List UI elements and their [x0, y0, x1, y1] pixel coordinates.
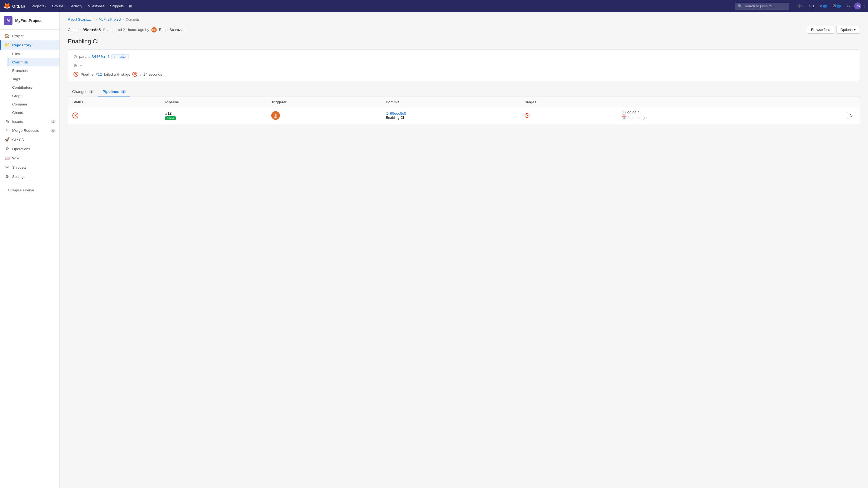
- row-pipeline: #12 latest: [161, 107, 267, 124]
- retry-pipeline-button[interactable]: ↻: [847, 112, 855, 119]
- branch-icon: ⑂: [114, 55, 116, 59]
- sidebar-label-commits: Commits: [12, 60, 28, 64]
- topnav-snippets[interactable]: Snippets: [108, 3, 126, 9]
- table-header: Status Pipeline Triggerer Commit Stages: [68, 97, 860, 107]
- tab-changes-count: 1: [89, 90, 94, 94]
- sidebar-item-compare[interactable]: Compare: [8, 100, 59, 108]
- settings-icon: ⚙: [5, 174, 9, 179]
- gitlab-logo[interactable]: 🦊 GitLab: [3, 2, 25, 9]
- branch-tag[interactable]: ⑂ master: [112, 54, 129, 59]
- options-chevron-icon: ▾: [854, 28, 856, 32]
- sidebar-label-graph: Graph: [12, 94, 23, 98]
- sidebar-label-repository: Repository: [12, 43, 31, 47]
- commit-actions: Browse files Options ▾: [807, 26, 860, 34]
- issues-icon: ◎: [5, 119, 9, 124]
- row-actions: ↻: [779, 107, 860, 124]
- search-input[interactable]: [744, 4, 782, 8]
- issues-icon-button[interactable]: ○ 1: [818, 3, 829, 9]
- search-box[interactable]: 🔍: [735, 3, 789, 9]
- pipeline-failed-icon: ✕: [73, 72, 79, 77]
- topnav-groups[interactable]: Groups ▾: [50, 3, 68, 9]
- row-commit-message: Enabling CI: [386, 116, 516, 120]
- tabs: Changes 1 Pipelines 1: [68, 87, 860, 97]
- collapse-sidebar-button[interactable]: « Collapse sidebar: [0, 186, 59, 195]
- topnav-extra-icon[interactable]: ⊞: [127, 3, 134, 9]
- user-avatar[interactable]: RS: [854, 2, 861, 9]
- pipelines-table-container: Status Pipeline Triggerer Commit Stages …: [68, 97, 860, 124]
- search-icon: 🔍: [738, 4, 742, 8]
- calendar-icon: 📅: [621, 116, 626, 120]
- sidebar-item-commits[interactable]: Commits: [8, 58, 59, 66]
- sidebar-label-compare: Compare: [12, 102, 27, 106]
- topnav-milestones[interactable]: Milestones: [86, 3, 106, 9]
- parent-label: parent: [79, 55, 90, 59]
- row-pipeline-num: #12: [165, 111, 262, 116]
- sidebar-label-merge-requests: Merge Requests: [12, 129, 39, 133]
- sidebar-item-contributors[interactable]: Contributors: [8, 83, 59, 92]
- sidebar-label-settings: Settings: [12, 174, 26, 178]
- sidebar-item-settings[interactable]: ⚙ Settings: [0, 172, 59, 181]
- sidebar-item-tags[interactable]: Tags: [8, 75, 59, 83]
- new-item-button[interactable]: ➕ ▾: [796, 3, 805, 9]
- clock-icon: 🕐: [621, 110, 626, 115]
- browse-files-button[interactable]: Browse files: [807, 26, 834, 34]
- wiki-icon: 📖: [5, 156, 9, 161]
- merge-requests-icon: ⑂: [5, 128, 9, 133]
- sidebar-label-operations: Operations: [12, 147, 30, 151]
- duration-value: 00:00:24: [627, 110, 642, 115]
- commit-hash: 95eec8e5: [83, 28, 101, 32]
- gitlab-logo-text: GitLab: [12, 4, 25, 8]
- sidebar-item-project[interactable]: 🏠 Project: [0, 31, 59, 40]
- breadcrumb-raoul[interactable]: Raoul Scarazzini: [68, 18, 94, 22]
- sidebar-label-contributors: Contributors: [12, 86, 32, 90]
- project-avatar: M: [4, 16, 12, 25]
- topnav-projects[interactable]: Projects ▾: [30, 3, 49, 9]
- duration-ago: 2 hours ago: [627, 116, 647, 120]
- sidebar-item-charts[interactable]: Charts: [8, 108, 59, 117]
- sidebar-label-project: Project: [12, 34, 24, 38]
- sidebar-item-issues[interactable]: ◎ Issues 1: [0, 117, 59, 126]
- col-commit: Commit: [381, 97, 520, 107]
- copy-hash-icon[interactable]: ⎘: [103, 28, 105, 32]
- sidebar-label-charts: Charts: [12, 110, 23, 115]
- pipeline-number-link[interactable]: #12: [96, 72, 102, 76]
- project-icon: 🏠: [5, 33, 9, 38]
- sidebar-item-files[interactable]: Files: [8, 50, 59, 58]
- sidebar-item-repository[interactable]: 📁 Repository: [0, 40, 59, 50]
- merge-requests-icon-button[interactable]: ⑂ 1: [807, 3, 816, 9]
- row-commit-link[interactable]: ⊙ 95eec8e5: [386, 111, 516, 116]
- sidebar-item-snippets[interactable]: ✂ Snippets: [0, 163, 59, 172]
- stages-cell: ✕: [525, 113, 613, 118]
- topnav-links: Projects ▾ Groups ▾ Activity Milestones …: [30, 3, 134, 9]
- options-button[interactable]: Options ▾: [836, 26, 860, 34]
- tab-changes[interactable]: Changes 1: [68, 87, 98, 97]
- parent-hash-link[interactable]: 34400af4: [92, 55, 109, 59]
- stage-icon[interactable]: ✕: [525, 113, 529, 118]
- todo-icon-button[interactable]: ☑ 1: [831, 3, 842, 9]
- sidebar-section-main: 🏠 Project 📁 Repository Files Commits Bra…: [0, 30, 59, 183]
- topnav-activity[interactable]: Activity: [69, 3, 84, 9]
- author-avatar-inline: RS: [151, 27, 157, 33]
- project-name[interactable]: MyFirstProject: [15, 19, 41, 23]
- collapse-icon: «: [4, 188, 6, 192]
- help-icon-button[interactable]: ? ▾: [845, 3, 852, 9]
- tab-pipelines[interactable]: Pipelines 1: [98, 87, 130, 97]
- breadcrumb-project[interactable]: MyFirstProject: [99, 18, 121, 22]
- row-status: ✕: [68, 107, 161, 124]
- sidebar-item-graph[interactable]: Graph: [8, 92, 59, 100]
- sidebar-item-operations[interactable]: ⚙ Operations: [0, 144, 59, 154]
- row-triggerer: [267, 107, 381, 124]
- sidebar-item-merge-requests[interactable]: ⑂ Merge Requests 0: [0, 126, 59, 135]
- sidebar-project: M MyFirstProject: [0, 12, 59, 30]
- branch-name: master: [117, 55, 127, 59]
- authored-text: authored 21 hours ago by: [107, 28, 149, 32]
- sidebar-item-ci-cd[interactable]: 🚀 CI / CD: [0, 135, 59, 144]
- sidebar-label-tags: Tags: [12, 77, 20, 81]
- sidebar-item-wiki[interactable]: 📖 Wiki: [0, 154, 59, 163]
- commit-author[interactable]: Raoul Scarazzini: [159, 28, 186, 32]
- col-status: Status: [68, 97, 161, 107]
- sidebar-label-ci-cd: CI / CD: [12, 138, 24, 142]
- topnav: 🦊 GitLab Projects ▾ Groups ▾ Activity Mi…: [0, 0, 868, 12]
- commit-link-icon: ⊙: [386, 111, 389, 116]
- sidebar-item-branches[interactable]: Branches: [8, 66, 59, 75]
